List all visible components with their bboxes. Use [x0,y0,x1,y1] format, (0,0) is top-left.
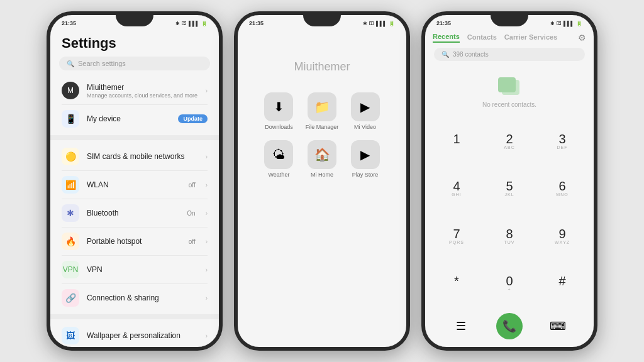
bluetooth-status-icon: ✱ [175,21,180,26]
page-title: Settings [50,29,219,57]
settings-item-hotspot[interactable]: 🔥 Portable hotspot off › [50,228,219,255]
no-recents-area: No recent contacts. [425,65,594,118]
mihome-icon: 🏠 [308,140,336,169]
mivideo-icon: ▶ [351,92,380,121]
status-time: 21:35 [436,20,451,26]
volume-down-button [234,89,236,113]
settings-item-wallpaper[interactable]: 🖼 Wallpaper & personalization › [50,322,219,347]
num-key-5[interactable]: 5 JKL [483,166,536,214]
app-item-filemanager[interactable]: 📁 File Manager [306,92,339,130]
search-placeholder: Search settings [78,60,126,67]
vpn-icon: VPN [62,261,79,278]
arrow-icon: › [206,87,208,94]
signal-icon: ▌▌▌ [189,21,199,26]
app-item-playstore[interactable]: ▶ Play Store [348,140,382,178]
contact-search-placeholder: 398 contacts [453,51,489,58]
phone-settings: 21:35 ✱ ⚿ ▌▌▌ 🔋 Settings 🔍 Search settin… [47,11,223,351]
search-bar[interactable]: 🔍 Search settings [59,57,210,70]
mydevice-text: My device [87,114,170,123]
bluetooth-value: On [187,210,195,217]
settings-item-mydevice[interactable]: 📱 My device Update [50,105,219,133]
no-recents-label: No recent contacts. [482,101,536,108]
search-icon: 🔍 [67,60,74,67]
tab-recents[interactable]: Recents [433,33,460,43]
volume-up-button [234,65,236,83]
account-text: Miuithemer Manage accounts, cloud servic… [87,83,198,99]
app-item-downloads[interactable]: ⬇ Downloads [262,92,296,130]
section-divider-2 [50,314,219,319]
settings-item-wlan[interactable]: 📶 WLAN off › [50,171,219,199]
vpn-label: VPN [87,265,198,274]
wlan-label: WLAN [87,180,181,189]
power-button [408,72,410,97]
playstore-label: Play Store [352,172,379,178]
menu-button[interactable]: ☰ [450,315,472,337]
mivideo-label: Mi Video [354,124,376,130]
phone-drawer: 21:35 ✱ ⚿ ▌▌▌ 🔋 Miuithemer ⬇ Downloads [234,11,410,351]
filemanager-label: File Manager [306,124,339,130]
section-divider [50,135,219,140]
settings-item-account[interactable]: M Miuithemer Manage accounts, cloud serv… [50,77,219,104]
battery-icon: 🔋 [576,21,582,26]
app-item-mivideo[interactable]: ▶ Mi Video [348,92,382,130]
tab-carrier[interactable]: Carrier Services [504,33,557,42]
connection-text: Connection & sharing [87,293,198,302]
num-key-4[interactable]: 4 GHI [430,166,483,214]
app-item-mihome[interactable]: 🏠 Mi Home [306,140,339,178]
mihome-label: Mi Home [311,172,333,178]
volume-up-button [47,65,48,83]
contact-search[interactable]: 🔍 398 contacts [434,48,585,61]
arrow-icon: › [206,210,208,217]
settings-item-bluetooth[interactable]: ✱ Bluetooth On › [50,199,219,227]
num-key-0[interactable]: 0 + [483,261,536,309]
vpn-text: VPN [87,265,198,274]
num-key-2[interactable]: 2 ABC [483,118,536,166]
signal-icon: ▌▌▌ [376,21,387,26]
num-key-6[interactable]: 6 MNO [536,166,589,214]
dialpad-button[interactable]: ⌨ [547,315,569,337]
account-label: Miuithemer [87,83,198,92]
update-badge[interactable]: Update [178,114,208,123]
settings-icon[interactable]: ⚙ [578,33,586,43]
settings-item-connection[interactable]: 🔗 Connection & sharing › [50,284,219,312]
signal-icon: ▌▌▌ [564,21,574,26]
settings-item-vpn[interactable]: VPN VPN › [50,256,219,283]
wlan-value: off [189,182,196,189]
app-grid-row1: ⬇ Downloads 📁 File Manager ▶ Mi Video [250,92,394,178]
wifi-status-icon: ⚿ [557,21,562,26]
num-key-1[interactable]: 1 [430,118,483,166]
tab-contacts[interactable]: Contacts [467,33,497,42]
call-button[interactable]: 📞 [496,313,523,339]
app-item-weather[interactable]: 🌤 Weather [262,140,296,178]
notch [303,15,341,26]
sim-icon: 🟡 [62,148,79,165]
phone-icon: 📞 [502,319,516,333]
phone-dialer: 21:35 ✱ ⚿ ▌▌▌ 🔋 Recents Contacts Carrier… [421,11,597,351]
num-key-9[interactable]: 9 WXYZ [536,213,589,261]
settings-item-sim[interactable]: 🟡 SIM cards & mobile networks › [50,143,219,170]
wifi-status-icon: ⚿ [182,21,187,26]
card-front [498,77,516,92]
num-key-hash[interactable]: # [536,261,589,309]
hotspot-icon: 🔥 [62,233,79,250]
mydevice-label: My device [87,114,170,123]
num-key-7[interactable]: 7 PQRS [430,213,483,261]
arrow-icon: › [206,332,208,339]
num-key-8[interactable]: 8 TUV [483,213,536,261]
account-icon: M [62,82,79,99]
drawer-content: Miuithemer ⬇ Downloads 📁 File Manager [238,29,406,178]
arrow-icon: › [206,295,208,302]
notch [491,15,528,26]
num-key-star[interactable]: * [430,261,483,309]
status-icons: ✱ ⚿ ▌▌▌ 🔋 [363,21,395,26]
wifi-status-icon: ⚿ [369,21,374,26]
hotspot-value: off [189,238,196,245]
bluetooth-label: Bluetooth [87,209,179,217]
num-key-3[interactable]: 3 DEF [536,118,589,166]
power-button [221,72,223,97]
drawer-app-title: Miuithemer [294,60,350,74]
hotspot-text: Portable hotspot [87,237,181,246]
volume-up-button [421,65,423,83]
connection-label: Connection & sharing [87,293,198,302]
weather-icon: 🌤 [264,140,293,169]
